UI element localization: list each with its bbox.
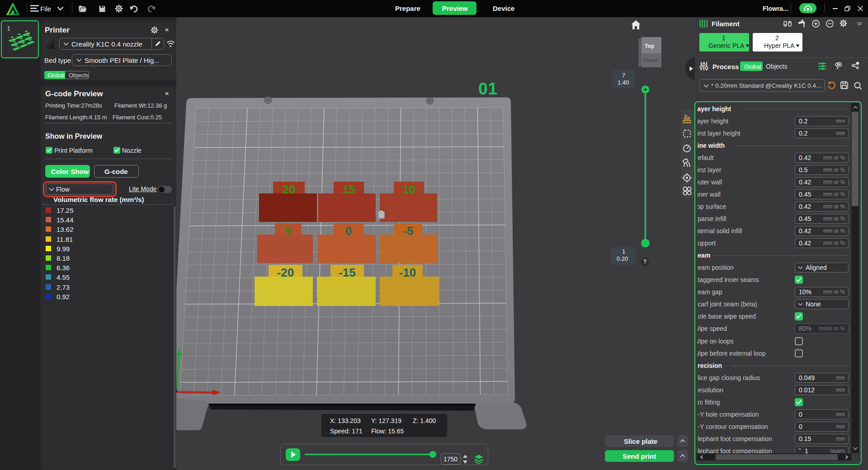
- svg-text:20: 20: [283, 183, 296, 196]
- svg-text:0: 0: [345, 224, 352, 238]
- svg-text:5: 5: [285, 224, 291, 238]
- svg-text:-10: -10: [399, 266, 416, 279]
- svg-text:-5: -5: [403, 224, 413, 238]
- svg-text:-15: -15: [339, 266, 356, 279]
- svg-text:15: 15: [342, 183, 355, 196]
- svg-text:10: 10: [402, 183, 415, 196]
- svg-text:-20: -20: [277, 266, 294, 279]
